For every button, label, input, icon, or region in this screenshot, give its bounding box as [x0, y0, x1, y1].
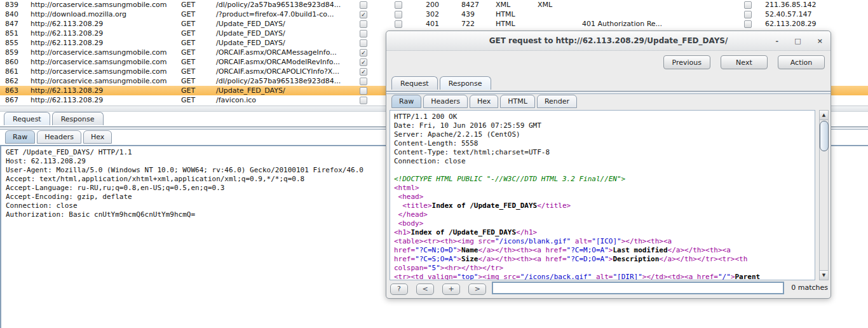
- table-row[interactable]: 839http://orcaservice.samsungmobile.comG…: [0, 0, 868, 10]
- comment-checkbox[interactable]: [744, 1, 752, 9]
- search-help-button[interactable]: ?: [390, 284, 408, 295]
- tab-request[interactable]: Request: [4, 112, 50, 125]
- text-line: colspan="5"><hr></th></tr>: [394, 264, 815, 273]
- dialog-tab-request[interactable]: Request: [391, 76, 438, 90]
- params-checkbox[interactable]: ✓: [360, 68, 367, 76]
- row-number: 840: [5, 10, 18, 18]
- url-cell: /Update_FED_DAYS/: [216, 29, 285, 38]
- params-checkbox[interactable]: ✓: [360, 58, 367, 66]
- edited-checkbox[interactable]: [395, 11, 402, 18]
- dialog-subtab-html[interactable]: HTML: [500, 95, 535, 108]
- scroll-up-icon[interactable]: ▲: [820, 111, 828, 120]
- params-checkbox[interactable]: [360, 78, 367, 85]
- scroll-down-icon[interactable]: ▼: [820, 270, 828, 280]
- method-cell: GET: [181, 39, 195, 47]
- ip-cell: 62.113.208.29: [765, 20, 816, 28]
- search-add-button[interactable]: +: [442, 284, 460, 295]
- search-previous-button[interactable]: <: [416, 284, 434, 295]
- extension-cell: XML: [538, 1, 552, 9]
- mime-type-cell: HTML: [496, 10, 515, 18]
- minimize-icon[interactable]: -: [776, 32, 779, 50]
- window-controls: - □ ×: [763, 31, 823, 50]
- search-input[interactable]: [492, 282, 784, 294]
- url-cell: /Update_FED_DAYS/: [216, 86, 285, 95]
- comment-checkbox[interactable]: [744, 20, 752, 28]
- table-row[interactable]: 840http://download.mozilla.orgGET/?produ…: [0, 10, 868, 19]
- search-bar: ? < + > 0 matches: [390, 282, 828, 296]
- text-line: <tr><td valign="top"><img src="/icons/ba…: [394, 273, 815, 280]
- dialog-subtab-hex[interactable]: Hex: [470, 95, 498, 108]
- subtab-headers[interactable]: Headers: [37, 130, 81, 144]
- table-row[interactable]: 847http://62.113.208.29GET/Update_FED_DA…: [0, 19, 868, 29]
- url-cell: /?product=firefox-47.0build1-co...: [216, 10, 334, 18]
- host-cell: http://orcaservice.samsungmobile.com: [31, 1, 167, 9]
- previous-button[interactable]: Previous: [663, 55, 710, 69]
- method-cell: GET: [181, 1, 195, 9]
- close-icon[interactable]: ×: [817, 32, 823, 50]
- subtab-hex[interactable]: Hex: [83, 130, 112, 144]
- row-number: 862: [5, 77, 18, 85]
- dialog-titlebar[interactable]: GET request to http://62.113.208.29/Upda…: [386, 31, 831, 51]
- length-cell: 8427: [461, 1, 479, 9]
- search-next-button[interactable]: >: [468, 284, 486, 295]
- row-number: 863: [5, 86, 18, 95]
- params-checkbox[interactable]: [360, 97, 367, 104]
- scrollbar-thumb[interactable]: [820, 121, 829, 151]
- params-checkbox[interactable]: ✓: [360, 11, 367, 18]
- mime-type-cell: XML: [496, 1, 510, 9]
- comment-checkbox[interactable]: [744, 11, 752, 18]
- text-line: Date: Fri, 10 Jun 2016 07:25:59 GMT: [394, 121, 815, 130]
- url-cell: /ORCAIF.asmx/ORCAModelRevInfo...: [216, 58, 340, 66]
- text-line: Content-Length: 5558: [394, 139, 815, 148]
- host-cell: http://62.113.208.29: [31, 29, 103, 38]
- length-cell: 722: [461, 20, 475, 28]
- url-cell: /Update_FED_DAYS/: [216, 20, 285, 28]
- tab-response[interactable]: Response: [52, 112, 104, 125]
- params-checkbox[interactable]: [360, 1, 367, 9]
- subtab-raw[interactable]: Raw: [5, 130, 35, 144]
- match-count-label: 0 matches: [791, 284, 828, 292]
- action-button[interactable]: Action: [778, 55, 825, 69]
- params-checkbox[interactable]: [360, 20, 367, 28]
- method-cell: GET: [181, 10, 195, 18]
- method-cell: GET: [181, 29, 195, 38]
- dialog-subtab-raw[interactable]: Raw: [391, 95, 421, 108]
- dialog-subtab-headers[interactable]: Headers: [423, 95, 468, 108]
- ip-cell: 52.40.57.147: [765, 10, 811, 18]
- params-checkbox[interactable]: ✓: [360, 49, 367, 57]
- url-cell: /ORCAIF.asmx/ORCAPOLICYInfo?X...: [216, 67, 339, 76]
- status-cell: 302: [426, 10, 439, 18]
- row-number: 847: [5, 20, 18, 28]
- params-checkbox[interactable]: [360, 39, 367, 47]
- method-cell: GET: [181, 86, 195, 95]
- row-number: 859: [5, 48, 18, 57]
- row-number: 855: [5, 39, 18, 47]
- edited-checkbox[interactable]: [395, 20, 402, 28]
- vertical-scrollbar[interactable]: ▲ ▼: [819, 110, 829, 280]
- params-checkbox[interactable]: [360, 30, 367, 38]
- response-raw-text[interactable]: HTTP/1.1 200 OKDate: Fri, 10 Jun 2016 07…: [390, 110, 815, 280]
- method-cell: GET: [181, 67, 195, 76]
- host-cell: http://download.mozilla.org: [31, 10, 126, 18]
- maximize-icon[interactable]: □: [794, 32, 801, 50]
- method-cell: GET: [181, 58, 195, 66]
- request-dialog: GET request to http://62.113.208.29/Upda…: [386, 31, 831, 299]
- edited-checkbox[interactable]: [395, 1, 402, 9]
- dialog-subtabs: RawHeadersHexHTMLRender: [391, 95, 579, 108]
- dialog-subtab-render[interactable]: Render: [537, 95, 577, 108]
- row-number: 867: [5, 96, 18, 104]
- text-line: HTTP/1.1 200 OK: [394, 113, 815, 121]
- request-viewer-tabs: RequestResponse: [4, 112, 105, 126]
- url-cell: /dl/policy/2a57ba965138e923d84...: [216, 1, 341, 9]
- host-cell: http://orcaservice.samsungmobile.com: [31, 77, 167, 85]
- text-line: href="?C=N;O=D">Name</a></th><th><a href…: [394, 246, 815, 255]
- request-viewer-subtabs: RawHeadersHex: [5, 130, 114, 144]
- params-checkbox[interactable]: [360, 87, 367, 95]
- dialog-tab-response[interactable]: Response: [440, 76, 491, 90]
- row-number: 839: [5, 1, 18, 9]
- host-cell: http://orcaservice.samsungmobile.com: [31, 48, 167, 57]
- method-cell: GET: [181, 96, 195, 104]
- next-button[interactable]: Next: [721, 55, 768, 69]
- row-number: 860: [5, 58, 18, 66]
- method-cell: GET: [181, 48, 195, 57]
